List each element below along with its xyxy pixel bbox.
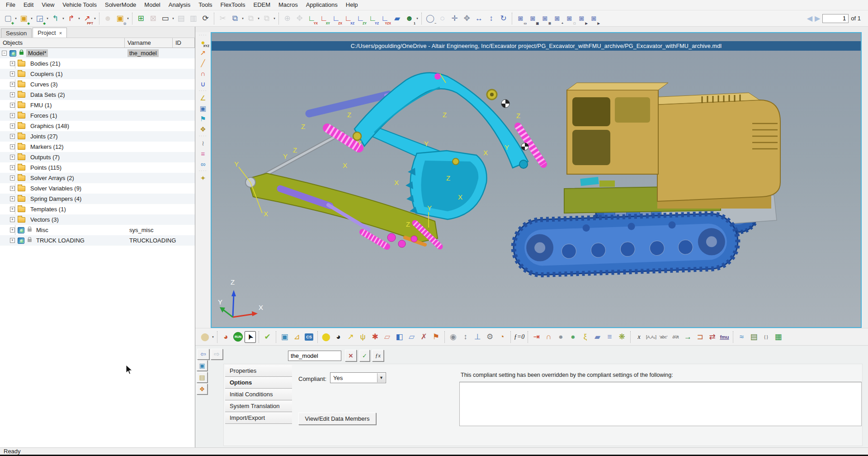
- new-model-button-dropdown[interactable]: ▾: [14, 13, 18, 24]
- export-button-dropdown[interactable]: ▾: [77, 13, 81, 24]
- view-right-button[interactable]: ∟XZ: [343, 13, 354, 24]
- tree-row-points-115[interactable]: +Points (115): [0, 162, 195, 173]
- body-tool-button[interactable]: ▣: [197, 103, 209, 113]
- tree-row-fmu-1[interactable]: +FMU (1): [0, 100, 195, 110]
- tree-item-label[interactable]: FMU (1): [28, 101, 54, 109]
- spreadsheet-button[interactable]: ▦: [773, 331, 784, 343]
- expand-icon[interactable]: +: [10, 165, 15, 170]
- menu-tools[interactable]: Tools: [194, 0, 216, 10]
- point-entity-button[interactable]: ⬤: [321, 331, 332, 343]
- gear-entity-button[interactable]: ⚙: [484, 331, 495, 343]
- surface-entity-button[interactable]: ▱: [406, 331, 417, 343]
- tree-row-curves-3[interactable]: +Curves (3): [0, 79, 195, 90]
- panel-tab-options[interactable]: Options: [225, 377, 292, 389]
- view-edit-data-members-button[interactable]: View/Edit Data Members: [298, 413, 376, 425]
- menu-macros[interactable]: Macros: [274, 0, 302, 10]
- camera-view-button-dropdown[interactable]: ▾: [415, 13, 419, 24]
- user-profile-button[interactable]: ☻: [102, 13, 113, 24]
- spline-tool-button[interactable]: ∪: [197, 79, 209, 89]
- import-button[interactable]: ↰: [50, 13, 61, 24]
- track-tool-button[interactable]: ≀: [197, 138, 209, 148]
- menu-solvermode[interactable]: SolverMode: [101, 0, 140, 10]
- paste-special-button-dropdown[interactable]: ▾: [273, 13, 276, 24]
- capture-page-button[interactable]: ◙⊞: [539, 13, 551, 24]
- zoom-area-button[interactable]: ◌: [437, 13, 448, 24]
- beam-entity-button[interactable]: ▰: [592, 331, 603, 343]
- open-recent-button[interactable]: ▣◎: [114, 13, 126, 24]
- graphics-viewport[interactable]: YXZYZZYXZYXZXYXZYZ ZYX C:/Users/pgouldin…: [211, 32, 862, 328]
- menu-model[interactable]: Model: [140, 0, 164, 10]
- expand-icon[interactable]: +: [10, 155, 15, 160]
- line-tool-button[interactable]: ╱: [197, 58, 209, 68]
- tree-item-label[interactable]: Misc: [34, 226, 50, 234]
- tree-row-couplers-1[interactable]: +Couplers (1): [0, 69, 195, 79]
- tree-row-joints-27[interactable]: +Joints (27): [0, 131, 195, 142]
- tree-item-label[interactable]: Couplers (1): [28, 70, 65, 78]
- expand-icon[interactable]: +: [10, 82, 15, 87]
- cut-button[interactable]: ✂: [217, 13, 228, 24]
- contact-entity-button[interactable]: ❋: [616, 331, 627, 343]
- expand-icon[interactable]: +: [10, 113, 15, 118]
- tree-row-bodies-21[interactable]: +Bodies (21): [0, 58, 195, 69]
- tree-row-truck-loading[interactable]: +TRUCK LOADINGTRUCKLOADING: [0, 235, 195, 246]
- open-recent-button-dropdown[interactable]: ▾: [126, 13, 130, 24]
- expand-icon[interactable]: +: [10, 134, 15, 139]
- panel-model-button[interactable]: ▣: [197, 360, 208, 371]
- accept-button[interactable]: ✓: [359, 350, 370, 361]
- tree-row-spring-dampers-4[interactable]: +Spring Dampers (4): [0, 194, 195, 204]
- panel-options-button[interactable]: ❖: [197, 384, 208, 394]
- graphic-entity-button[interactable]: ⚑: [430, 331, 442, 343]
- paste-button[interactable]: ⧉: [245, 13, 256, 24]
- control-entity-button[interactable]: ⊐: [694, 331, 706, 343]
- model-browser-button-dropdown[interactable]: ▾: [211, 331, 215, 343]
- page-layout-button[interactable]: ▭: [160, 13, 171, 24]
- table-manager-button[interactable]: ▤: [748, 331, 760, 343]
- swap-window-button[interactable]: ▥: [188, 13, 199, 24]
- tree-item-varname[interactable]: sys_misc: [127, 226, 155, 234]
- pan-vertical-button[interactable]: ↕: [486, 13, 497, 24]
- vector-tool-button[interactable]: ↗: [197, 48, 209, 57]
- marker-entity-button[interactable]: ψ: [357, 331, 368, 343]
- menu-flextools[interactable]: FlexTools: [217, 0, 250, 10]
- joint-tool-button[interactable]: ∞: [197, 159, 209, 169]
- expand-icon[interactable]: +: [10, 71, 15, 76]
- expand-icon[interactable]: +: [10, 144, 15, 149]
- import-button-dropdown[interactable]: ▾: [61, 13, 65, 24]
- coil-spring-button[interactable]: ξ: [580, 331, 591, 343]
- panel-tab-import-export[interactable]: Import/Export: [225, 412, 292, 424]
- coordsys-entity-button[interactable]: ✱: [369, 331, 381, 343]
- tree-row-markers-12[interactable]: +Markers (12): [0, 142, 195, 152]
- vector-entity-button[interactable]: ↗: [345, 331, 356, 343]
- solver-variable-button[interactable]: x: [633, 331, 645, 343]
- menu-analysis[interactable]: Analysis: [165, 0, 194, 10]
- view-front-button[interactable]: ∟YX: [306, 13, 317, 24]
- fmu-button[interactable]: fmu: [719, 331, 730, 343]
- curve-entity-button[interactable]: ✗: [418, 331, 429, 343]
- view-iso-button[interactable]: ∟YZX: [379, 13, 391, 24]
- tree-item-label[interactable]: Templates (1): [28, 205, 68, 213]
- tree-item-varname[interactable]: TRUCKLOADING: [127, 237, 178, 244]
- menu-help[interactable]: Help: [342, 0, 362, 10]
- copy-button[interactable]: ⧉: [229, 13, 241, 24]
- save-model-button-dropdown[interactable]: ▾: [46, 13, 49, 24]
- sphere-entity-button[interactable]: ●: [567, 331, 579, 343]
- expand-icon[interactable]: +: [10, 238, 15, 243]
- panel-forms-button[interactable]: ▤: [197, 372, 208, 383]
- tree-item-label[interactable]: Model*: [26, 49, 48, 57]
- menu-vehicle-tools[interactable]: Vehicle Tools: [58, 0, 101, 10]
- tree-item-varname[interactable]: the_model: [127, 49, 159, 57]
- open-model-button-dropdown[interactable]: ▾: [30, 13, 33, 24]
- solver-zero-button[interactable]: ƒ=0: [514, 331, 525, 343]
- tree-item-label[interactable]: Spring Dampers (4): [28, 195, 83, 203]
- tree-item-label[interactable]: Outputs (7): [28, 153, 61, 161]
- delete-page-button[interactable]: ⊠: [147, 13, 159, 24]
- add-model-button[interactable]: ▣: [279, 331, 290, 343]
- add-page-button[interactable]: ⊞: [135, 13, 146, 24]
- panel-back-button[interactable]: ⇦: [197, 349, 209, 360]
- apply-check-button[interactable]: ✔: [262, 331, 273, 343]
- copy-button-dropdown[interactable]: ▾: [241, 13, 245, 24]
- graphic-tool-button[interactable]: ⚑: [197, 114, 209, 124]
- zoom-out-button[interactable]: ◯−: [425, 13, 436, 24]
- expand-icon[interactable]: +: [10, 196, 15, 201]
- add-system-button[interactable]: ⊿: [291, 331, 302, 343]
